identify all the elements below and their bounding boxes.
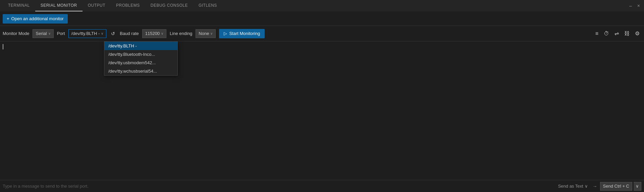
- line-ending-chevron-icon: ∨: [210, 32, 213, 35]
- send-as-text-button[interactable]: Send as Text ∨: [556, 183, 590, 189]
- baud-rate-chevron-icon: ∨: [161, 32, 163, 35]
- tab-terminal[interactable]: TERMINAL: [3, 0, 35, 11]
- line-ending-label: Line ending: [170, 31, 192, 36]
- tab-serial-monitor[interactable]: SERIAL MONITOR: [35, 0, 83, 11]
- link-icon-button[interactable]: ⛓: [623, 30, 631, 37]
- send-ctrl-button[interactable]: Send Ctrl + C: [600, 182, 632, 191]
- plus-icon: +: [7, 16, 9, 21]
- text-cursor: [3, 44, 3, 49]
- bottom-bar-right: Send as Text ∨ → Send Ctrl + C ∨: [556, 182, 641, 191]
- port-chevron-icon: ∨: [101, 32, 103, 35]
- tab-gitlens[interactable]: GITLENS: [193, 0, 222, 11]
- baud-rate-dropdown[interactable]: 115200 ∨: [142, 29, 166, 38]
- tab-debug-console[interactable]: DEBUG CONSOLE: [145, 0, 193, 11]
- monitor-mode-label: Monitor Mode: [3, 31, 29, 36]
- monitor-mode-dropdown[interactable]: Serial ∨: [33, 29, 53, 38]
- port-option-2[interactable]: /dev/tty.usbmodem542...: [104, 59, 177, 67]
- port-option-0[interactable]: /dev/tty.BLTH -: [104, 42, 177, 50]
- clock-icon-button[interactable]: ⏱: [602, 30, 611, 37]
- monitor-mode-value: Serial: [36, 31, 47, 36]
- tab-bar-right: – ×: [628, 2, 641, 9]
- send-ctrl-dropdown-button[interactable]: ∨: [634, 182, 641, 191]
- port-value: /dev/tty.BLTH -: [71, 31, 100, 36]
- port-option-3[interactable]: /dev/tty.wchusbserial54...: [104, 67, 177, 75]
- lines-icon-button[interactable]: ≡: [594, 30, 600, 37]
- open-monitor-label: Open an additional monitor: [11, 16, 64, 21]
- port-dropdown-menu: /dev/tty.BLTH - /dev/tty.Bluetooth-Inco.…: [104, 41, 178, 76]
- send-as-text-chevron-icon: ∨: [585, 184, 588, 189]
- message-input-placeholder: Type in a message to send to the serial …: [3, 184, 89, 189]
- port-refresh-button[interactable]: ↺: [110, 30, 116, 37]
- text-wrap-icon-button[interactable]: ⇌: [613, 30, 621, 37]
- port-option-1[interactable]: /dev/tty.Bluetooth-Inco...: [104, 50, 177, 59]
- tab-bar: TERMINAL SERIAL MONITOR OUTPUT PROBLEMS …: [0, 0, 644, 12]
- baud-rate-value: 115200: [145, 31, 160, 36]
- send-arrow-button[interactable]: →: [591, 183, 599, 190]
- toolbar2: Monitor Mode Serial ∨ Port /dev/tty.BLTH…: [0, 26, 644, 41]
- start-monitoring-label: Start Monitoring: [229, 31, 260, 36]
- tab-bar-left: TERMINAL SERIAL MONITOR OUTPUT PROBLEMS …: [3, 0, 222, 11]
- start-monitoring-button[interactable]: ▷ Start Monitoring: [219, 29, 265, 38]
- play-icon: ▷: [224, 31, 227, 36]
- send-as-text-label: Send as Text: [558, 184, 583, 189]
- toolbar2-right-icons: ≡ ⏱ ⇌ ⛓ ⚙: [594, 30, 641, 37]
- main-content-area: [0, 41, 644, 180]
- port-label: Port: [57, 31, 65, 36]
- open-additional-monitor-button[interactable]: + Open an additional monitor: [3, 14, 68, 24]
- baud-rate-label: Baud rate: [120, 31, 139, 36]
- gear-icon-button[interactable]: ⚙: [633, 30, 641, 37]
- tab-output[interactable]: OUTPUT: [83, 0, 111, 11]
- monitor-mode-chevron-icon: ∨: [48, 32, 51, 35]
- port-dropdown-button[interactable]: /dev/tty.BLTH - ∨: [68, 29, 107, 38]
- send-ctrl-chevron-icon: ∨: [636, 184, 639, 189]
- close-button[interactable]: ×: [636, 2, 641, 9]
- minimize-button[interactable]: –: [628, 2, 633, 9]
- toolbar1: + Open an additional monitor: [0, 12, 644, 26]
- line-ending-dropdown[interactable]: None ∨: [196, 29, 216, 38]
- tab-problems[interactable]: PROBLEMS: [111, 0, 145, 11]
- line-ending-value: None: [199, 31, 209, 36]
- bottom-bar: Type in a message to send to the serial …: [0, 180, 644, 192]
